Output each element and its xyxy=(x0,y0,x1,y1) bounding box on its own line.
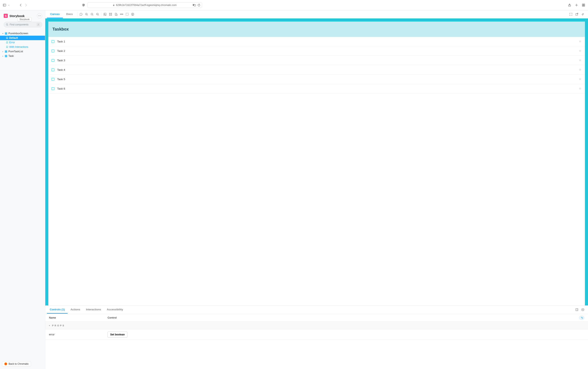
tab-canvas[interactable]: Canvas xyxy=(47,10,63,18)
undo-icon xyxy=(581,317,583,319)
fullscreen-icon[interactable] xyxy=(569,13,572,16)
svg-rect-15 xyxy=(6,32,7,33)
svg-rect-24 xyxy=(5,56,6,57)
story-icon xyxy=(6,41,8,43)
addons-tabs: Controls (1) Actions Interactions Access… xyxy=(45,306,588,314)
shield-icon[interactable] xyxy=(82,3,85,7)
addon-tab-interactions[interactable]: Interactions xyxy=(83,306,104,314)
tab-docs[interactable]: Docs xyxy=(63,10,76,18)
nav-component-task[interactable]: ▸ Task xyxy=(0,54,45,58)
component-icon xyxy=(5,55,7,57)
nav-story-error[interactable]: Error xyxy=(0,40,45,45)
task-row: Task 6 xyxy=(48,84,585,93)
brand-tooltip: Storybook xyxy=(18,17,31,21)
back-to-chromatic-link[interactable]: Back to Chromatic xyxy=(2,361,31,367)
nav-label: PureInboxScreen xyxy=(8,32,28,35)
nav-label: PureTaskList xyxy=(8,50,23,53)
taskbox-title: Taskbox xyxy=(52,27,581,31)
task-checkbox[interactable] xyxy=(52,50,54,52)
pin-star-icon[interactable] xyxy=(578,40,582,43)
preview-toolbar: Canvas Docs xyxy=(45,10,588,19)
url-bar[interactable]: 629fc2e72d22f7004a72acff-isgeomiqmq.chro… xyxy=(87,2,202,8)
new-tab-icon[interactable] xyxy=(575,3,578,7)
task-row: Task 2 xyxy=(48,46,585,56)
search-input[interactable]: Find components / xyxy=(4,22,42,28)
svg-line-31 xyxy=(93,15,93,15)
nav-label: With Interactions xyxy=(9,45,28,48)
grid-icon[interactable] xyxy=(109,13,112,16)
open-tab-icon[interactable] xyxy=(575,13,578,16)
close-panel-icon[interactable] xyxy=(581,308,584,311)
background-icon[interactable] xyxy=(103,13,107,16)
zoom-reset-icon[interactable] xyxy=(96,13,99,16)
reset-controls-button[interactable] xyxy=(579,316,584,320)
url-text: 629fc2e72d22f7004a72acff-isgeomiqmq.chro… xyxy=(116,4,176,7)
svg-rect-42 xyxy=(116,14,117,16)
main-area: Canvas Docs xyxy=(45,10,588,369)
task-checkbox[interactable] xyxy=(52,69,54,71)
search-placeholder: Find components xyxy=(10,23,29,26)
pin-star-icon[interactable] xyxy=(578,78,582,81)
svg-rect-0 xyxy=(3,4,6,6)
translate-icon[interactable] xyxy=(192,3,196,7)
svg-rect-10 xyxy=(582,5,583,6)
task-checkbox[interactable] xyxy=(52,59,54,62)
caret-right-icon: ▸ xyxy=(2,51,4,52)
apps-grid-icon[interactable] xyxy=(582,3,585,7)
addon-tab-actions[interactable]: Actions xyxy=(68,306,83,314)
lock-icon xyxy=(113,3,115,7)
browser-chrome: 629fc2e72d22f7004a72acff-isgeomiqmq.chro… xyxy=(0,0,588,10)
sidebar-toggle-icon[interactable] xyxy=(3,3,6,7)
pin-star-icon[interactable] xyxy=(578,68,582,72)
task-checkbox[interactable] xyxy=(52,40,54,43)
outline-icon[interactable] xyxy=(126,13,129,16)
task-title: Task 5 xyxy=(57,78,65,81)
col-name: Name xyxy=(49,316,108,319)
reload-icon[interactable] xyxy=(197,3,200,7)
task-checkbox[interactable] xyxy=(52,78,54,81)
chevron-down-icon: ▾ xyxy=(49,325,50,327)
search-shortcut: / xyxy=(37,23,40,26)
share-icon[interactable] xyxy=(568,3,571,7)
brand-title: Storybook xyxy=(10,14,25,18)
svg-rect-22 xyxy=(5,55,6,56)
caret-right-icon: ▸ xyxy=(2,55,4,57)
pin-star-icon[interactable] xyxy=(578,87,582,91)
back-icon[interactable] xyxy=(19,3,22,7)
panel-position-icon[interactable] xyxy=(575,308,578,311)
sidebar-menu-button[interactable]: ⋯ xyxy=(37,13,42,19)
measure-icon[interactable] xyxy=(120,13,123,16)
nav-story-default[interactable]: Default xyxy=(0,36,45,40)
nav-story-with-interactions[interactable]: With Interactions xyxy=(0,45,45,49)
accessibility-icon[interactable] xyxy=(131,13,134,16)
controls-header-row: Name Control xyxy=(45,314,588,322)
pin-star-icon[interactable] xyxy=(578,59,582,62)
story-iframe: Taskbox Task 1Task 2Task 3Task 4Task 5Ta… xyxy=(48,21,585,306)
pin-star-icon[interactable] xyxy=(578,49,582,53)
nav-tree: ▾ PureInboxScreen Default Error With Int… xyxy=(0,30,45,369)
svg-rect-37 xyxy=(110,13,110,14)
chevron-down-icon[interactable] xyxy=(8,3,10,7)
nav-label: Default xyxy=(9,37,18,39)
svg-point-36 xyxy=(104,13,105,14)
viewport-icon[interactable] xyxy=(115,13,118,16)
svg-rect-2 xyxy=(113,5,114,6)
nav-component-pureinboxscreen[interactable]: ▾ PureInboxScreen xyxy=(0,31,45,36)
set-boolean-button[interactable]: Set boolean xyxy=(108,331,128,338)
svg-rect-38 xyxy=(111,13,112,14)
zoom-in-icon[interactable] xyxy=(85,13,88,16)
task-title: Task 2 xyxy=(57,49,65,52)
story-icon xyxy=(6,46,8,48)
props-section[interactable]: ▾ PROPS xyxy=(45,322,588,329)
nav-component-puretasklist[interactable]: ▸ PureTaskList xyxy=(0,49,45,54)
addon-tab-accessibility[interactable]: Accessibility xyxy=(104,306,126,314)
component-icon xyxy=(5,51,7,53)
addon-tab-controls[interactable]: Controls (1) xyxy=(47,306,68,314)
copy-link-icon[interactable] xyxy=(581,13,584,16)
remount-icon[interactable] xyxy=(80,13,83,16)
task-checkbox[interactable] xyxy=(52,87,54,90)
svg-rect-23 xyxy=(6,55,7,56)
col-control: Control xyxy=(108,316,579,319)
zoom-out-icon[interactable] xyxy=(90,13,94,16)
task-title: Task 4 xyxy=(57,68,65,71)
